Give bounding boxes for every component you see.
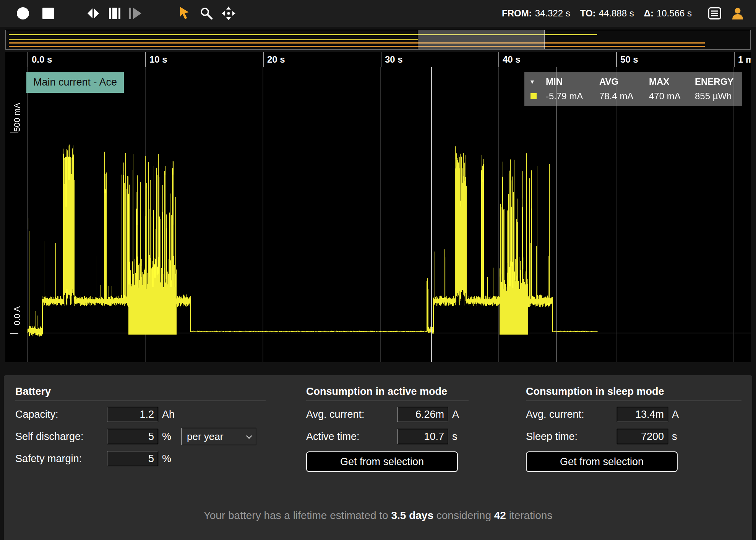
record-button[interactable] (15, 6, 31, 21)
safety-margin-unit: % (162, 453, 171, 465)
stats-dropdown-caret[interactable]: ▾ (530, 78, 546, 86)
sleep-time-input[interactable] (617, 429, 668, 444)
fit-horizontal-button[interactable] (86, 6, 101, 21)
lifetime-middle: considering (433, 509, 494, 521)
from-label: FROM: (502, 8, 532, 18)
capacity-unit: Ah (162, 409, 175, 420)
y-axis-tick-0a (10, 333, 18, 334)
delta-label: Δ: (644, 8, 654, 18)
account-button[interactable] (730, 6, 745, 21)
stat-value-avg: 78.4 mA (599, 91, 649, 102)
to-value: 44.888 s (599, 8, 634, 18)
self-discharge-unit: % (162, 431, 171, 443)
stat-header-energy: ENERGY (695, 76, 736, 87)
stat-value-max: 470 mA (649, 91, 695, 102)
safety-margin-label: Safety margin: (15, 453, 107, 465)
battery-estimator-panel: Battery Capacity: Ah Self discharge: % p… (4, 375, 752, 540)
self-discharge-label: Self discharge: (15, 431, 107, 443)
pointer-tool-button[interactable] (177, 6, 192, 21)
lifetime-prefix: Your battery has a lifetime estimated to (204, 509, 391, 521)
stat-value-min: -5.79 mA (546, 91, 599, 102)
y-axis-top-label: 500 mA (12, 100, 22, 134)
lifetime-suffix: iterations (506, 509, 552, 521)
channel-legend-chip[interactable]: Main current - Ace (26, 72, 124, 93)
timeline-minimap[interactable] (5, 30, 751, 50)
from-value: 34.322 s (535, 8, 570, 18)
safety-margin-input[interactable] (107, 451, 158, 466)
battery-divider (15, 401, 266, 401)
panels-icon (108, 7, 121, 20)
series-color-swatch (530, 93, 537, 99)
stop-button[interactable] (41, 6, 56, 21)
chevron-down-icon (246, 433, 252, 439)
person-icon (731, 7, 744, 20)
active-avg-current-unit: A (452, 409, 459, 420)
time-tick-label: 1 mi (734, 52, 751, 67)
time-tick-label: 30 s (381, 52, 403, 67)
log-button[interactable] (707, 6, 722, 21)
stop-icon (42, 7, 55, 20)
main-chart: 0.0 s10 s20 s30 s40 s50 s1 mi 500 mA 0.0… (5, 52, 751, 362)
measurement-readout: FROM:34.322 s TO:44.888 s Δ:10.566 s (502, 8, 692, 19)
time-tick-label: 10 s (145, 52, 167, 67)
step-play-icon (128, 7, 142, 20)
collapse-horizontal-icon (86, 7, 100, 20)
list-icon (708, 7, 721, 19)
stat-value-energy: 855 µWh (695, 91, 736, 102)
active-avg-current-label: Avg. current: (306, 409, 397, 420)
capacity-input[interactable] (107, 407, 158, 422)
sleep-avg-current-label: Avg. current: (526, 409, 617, 420)
self-discharge-period-select[interactable]: per year (181, 428, 256, 445)
delta-value: 10.566 s (657, 8, 692, 18)
iterations-value: 42 (494, 509, 506, 521)
self-discharge-period-value: per year (187, 431, 223, 443)
current-trace-canvas[interactable] (5, 67, 751, 362)
minimap-selection-window[interactable] (418, 30, 545, 49)
stats-box: ▾ MIN AVG MAX ENERGY -5.79 mA 78.4 mA 47… (524, 72, 742, 106)
pan-tool-button[interactable] (221, 6, 236, 21)
active-time-label: Active time: (306, 431, 397, 443)
time-tick-label: 50 s (616, 52, 638, 67)
battery-title: Battery (15, 386, 266, 398)
sleep-mode-title: Consumption in sleep mode (526, 386, 741, 398)
sleep-mode-section: Consumption in sleep mode Avg. current: … (526, 386, 741, 472)
view-panels-button[interactable] (107, 6, 122, 21)
active-mode-title: Consumption in active mode (306, 386, 469, 398)
time-tick-label: 20 s (263, 52, 285, 67)
active-avg-current-input[interactable] (397, 407, 448, 422)
battery-section: Battery Capacity: Ah Self discharge: % p… (15, 386, 266, 472)
lifetime-estimate-text: Your battery has a lifetime estimated to… (4, 509, 752, 522)
magnifier-icon (200, 7, 213, 20)
sleep-avg-current-input[interactable] (617, 407, 668, 422)
minimap-trace-line (9, 46, 705, 47)
step-play-button[interactable] (128, 6, 143, 21)
active-time-unit: s (452, 431, 457, 443)
minimap-trace-line (9, 39, 418, 40)
active-get-from-selection-button[interactable]: Get from selection (306, 451, 458, 472)
lifetime-value: 3.5 days (391, 509, 433, 521)
sleep-mode-divider (526, 401, 741, 401)
stat-header-min: MIN (546, 76, 599, 87)
capacity-label: Capacity: (15, 409, 107, 420)
toolbar: FROM:34.322 s TO:44.888 s Δ:10.566 s (0, 0, 756, 27)
time-tick-label: 0.0 s (28, 52, 52, 67)
y-axis-bottom-label: 0.0 A (12, 302, 22, 329)
sleep-time-label: Sleep time: (526, 431, 617, 443)
active-mode-divider (306, 401, 469, 401)
to-label: TO: (580, 8, 596, 18)
minimap-trace-line (9, 42, 705, 44)
zoom-tool-button[interactable] (199, 6, 214, 21)
sleep-get-from-selection-button[interactable]: Get from selection (526, 451, 678, 472)
pan-move-icon (221, 6, 236, 21)
record-icon (16, 7, 29, 20)
sleep-time-unit: s (672, 431, 677, 443)
time-axis: 0.0 s10 s20 s30 s40 s50 s1 mi (5, 52, 751, 67)
active-mode-section: Consumption in active mode Avg. current:… (306, 386, 469, 472)
stat-header-max: MAX (649, 76, 695, 87)
cursor-icon (178, 6, 191, 20)
sleep-avg-current-unit: A (672, 409, 679, 420)
active-time-input[interactable] (397, 429, 448, 444)
self-discharge-input[interactable] (107, 429, 158, 444)
stat-header-avg: AVG (599, 76, 649, 87)
time-tick-label: 40 s (498, 52, 521, 67)
